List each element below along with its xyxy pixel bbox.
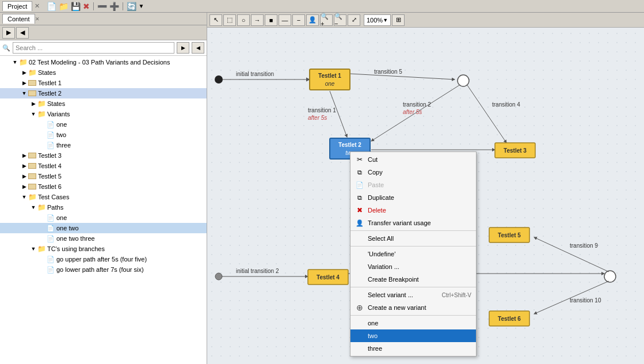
- project-tab[interactable]: Project: [2, 1, 32, 11]
- undefine-icon: [355, 249, 364, 259]
- tool-zoom-in[interactable]: 🔍+: [320, 14, 333, 26]
- search-box: 🔍 ▶ ◀: [0, 40, 207, 56]
- toolbar-plus[interactable]: ➕: [109, 2, 119, 11]
- label-transition10: transition 10: [570, 297, 601, 304]
- tree-states-top[interactable]: ▶ 📁 States: [0, 67, 207, 78]
- toolbar-open[interactable]: 📁: [59, 2, 68, 11]
- ctx-cut[interactable]: ✂ Cut: [350, 153, 476, 166]
- testcases-label: Test Cases: [38, 194, 69, 200]
- ctx-paste: 📄 Paste: [350, 179, 476, 191]
- selectvariant-icon: [355, 290, 364, 299]
- tool-filled-box[interactable]: ■: [265, 14, 277, 26]
- toolbar-btn-1[interactable]: ▶: [2, 27, 15, 39]
- path-one-icon: 📄: [46, 214, 55, 222]
- tree-variant-three[interactable]: 📄 three: [0, 140, 207, 150]
- tree-path-onetwo[interactable]: 📄 one two: [0, 223, 207, 233]
- ctx-variation-label: Variation ...: [368, 263, 399, 270]
- variants-icon: 📁: [37, 110, 46, 118]
- tool-zoom-out[interactable]: 🔍−: [334, 14, 346, 26]
- tree-testlet5[interactable]: ▶ Testlet 5: [0, 171, 207, 181]
- tool-minus[interactable]: −: [292, 14, 305, 26]
- ctx-createnew-label: Create a new variant: [368, 304, 426, 311]
- ctx-opt-three[interactable]: three: [350, 342, 476, 355]
- tool-grid[interactable]: ⊞: [392, 14, 405, 26]
- search-input[interactable]: [13, 42, 174, 54]
- tree-variants[interactable]: ▼ 📁 Variants: [0, 109, 207, 119]
- tree-testlet6[interactable]: ▶ Testlet 6: [0, 181, 207, 192]
- ctx-opt-one[interactable]: one: [350, 317, 476, 329]
- close-content-tab[interactable]: ✕: [35, 16, 40, 22]
- ctx-breakpoint[interactable]: Create Breakpoint: [350, 273, 476, 286]
- zoom-dropdown[interactable]: ▼: [383, 17, 388, 23]
- left-title-bar: Content ✕: [0, 13, 207, 25]
- testlet5-name-label: Testlet 5: [498, 232, 521, 238]
- variant-two-icon: 📄: [46, 131, 55, 139]
- zoom-level[interactable]: 100% ▼: [364, 14, 391, 26]
- ctx-undefine[interactable]: 'Undefine': [350, 248, 476, 260]
- tree-path-one[interactable]: 📄 one: [0, 213, 207, 223]
- toolbar-save[interactable]: 💾: [71, 2, 81, 11]
- tree-testlet4[interactable]: ▶ Testlet 4: [0, 161, 207, 171]
- circle-node-top: [458, 75, 469, 86]
- tree-path-onetwothree[interactable]: 📄 one two three: [0, 233, 207, 244]
- ctx-duplicate[interactable]: ⧉ Duplicate: [350, 191, 476, 204]
- ctx-sep2: [350, 246, 476, 247]
- ctx-selectall[interactable]: Select All: [350, 232, 476, 245]
- ctx-cut-label: Cut: [368, 156, 378, 163]
- transfer-icon: 👤: [355, 218, 364, 227]
- tool-pointer[interactable]: ↖: [209, 14, 222, 26]
- testlet5-label: Testlet 5: [38, 173, 62, 180]
- diagram-canvas: initial transition transition 5 transiti…: [207, 28, 644, 364]
- ctx-delete[interactable]: ✖ Delete: [350, 204, 476, 217]
- search-icon: 🔍: [2, 44, 10, 52]
- tree-tc1[interactable]: 📄 go upper path after 5s (four five): [0, 254, 207, 264]
- createnew-icon: ⊕: [355, 303, 364, 312]
- tool-line[interactable]: —: [279, 14, 291, 26]
- tree-testcases[interactable]: ▼ 📁 Test Cases: [0, 192, 207, 202]
- testlet4-icon: [28, 162, 37, 170]
- tree-tcbranches[interactable]: ▼ 📁 TC's using branches: [0, 244, 207, 254]
- toolbar-new[interactable]: 📄: [47, 2, 56, 11]
- ctx-opt-two[interactable]: two: [350, 329, 476, 342]
- toolbar-dropdown[interactable]: ▼: [139, 3, 144, 9]
- duplicate-icon: ⧉: [355, 193, 364, 202]
- testlet1-variant-label: one: [325, 81, 335, 87]
- toolbar-close[interactable]: ✖: [83, 2, 90, 11]
- tree-paths[interactable]: ▼ 📁 Paths: [0, 202, 207, 213]
- testlet1-icon: [28, 79, 37, 87]
- toolbar-btn-2[interactable]: ◀: [16, 27, 29, 39]
- states2-label: States: [47, 100, 65, 107]
- ctx-variation[interactable]: Variation ...: [350, 260, 476, 273]
- tool-box-select[interactable]: ⬚: [223, 14, 236, 26]
- tree-testlet3[interactable]: ▶ Testlet 3: [0, 150, 207, 161]
- testlet4-label: Testlet 4: [38, 162, 62, 169]
- ctx-transfer[interactable]: 👤 Transfer variant usage: [350, 217, 476, 229]
- ctx-selectvariant[interactable]: Select variant ... Ctrl+Shift-V: [350, 289, 476, 301]
- tree-root[interactable]: ▼ 📁 02 Test Modeling - 03 Path Variants …: [0, 57, 207, 67]
- tree-states2[interactable]: ▶ 📁 States: [0, 98, 207, 109]
- ctx-copy[interactable]: ⧉ Copy: [350, 166, 476, 179]
- tree-testlet2[interactable]: ▼ Testlet 2: [0, 88, 207, 98]
- tool-arrow[interactable]: →: [251, 14, 264, 26]
- ctx-createnew[interactable]: ⊕ Create a new variant: [350, 301, 476, 314]
- toolbar-sep1: [93, 2, 94, 10]
- tree-tc2[interactable]: 📄 go lower path after 7s (four six): [0, 264, 207, 275]
- tool-circle[interactable]: ○: [237, 14, 250, 26]
- close-project-tab[interactable]: ✕: [35, 2, 40, 10]
- testlet3-label: Testlet 3: [38, 152, 62, 159]
- tool-person[interactable]: 👤: [306, 14, 319, 26]
- tool-fit[interactable]: ⤢: [348, 14, 360, 26]
- tree-variant-one[interactable]: 📄 one: [0, 119, 207, 130]
- testlet1-name-label: Testlet 1: [318, 73, 341, 79]
- content-tab[interactable]: Content: [2, 14, 35, 24]
- toolbar-minus[interactable]: ➖: [97, 2, 107, 11]
- ctx-breakpoint-label: Create Breakpoint: [368, 276, 419, 283]
- ctx-opt-two-label: two: [368, 332, 378, 339]
- tree-testlet1[interactable]: ▶ Testlet 1: [0, 78, 207, 88]
- opt-one-icon: [355, 318, 364, 328]
- tcbranches-icon: 📁: [37, 245, 46, 253]
- toolbar-refresh[interactable]: 🔄: [127, 2, 136, 11]
- search-next-btn[interactable]: ▶: [177, 42, 189, 54]
- tree-variant-two[interactable]: 📄 two: [0, 130, 207, 140]
- search-prev-btn[interactable]: ◀: [192, 42, 204, 54]
